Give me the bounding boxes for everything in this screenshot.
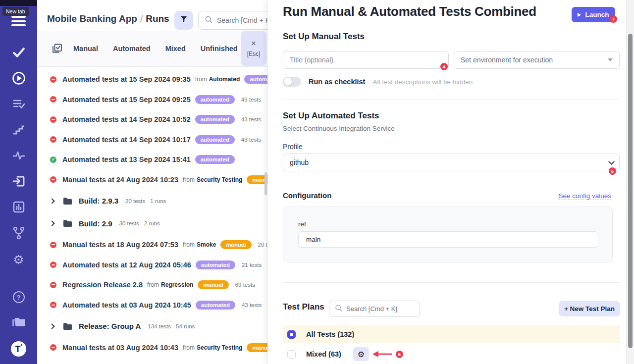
- section-divider: [283, 282, 620, 283]
- run-title[interactable]: Automated tests at 12 Aug 2024 05:46: [62, 261, 191, 269]
- runs-list-scrollbar[interactable]: [264, 172, 267, 195]
- run-title[interactable]: Automated tests at 03 Aug 2024 10:45: [62, 301, 191, 309]
- see-config-values-link[interactable]: See config values: [558, 192, 611, 200]
- run-row[interactable]: Automated tests at 14 Sep 2024 10:17 aut…: [37, 130, 267, 150]
- test-plan-row-mixed[interactable]: Mixed (63) ⚙ 6: [283, 345, 620, 363]
- folder-title[interactable]: Release: Group A: [79, 322, 141, 330]
- close-panel-button[interactable]: × [Esc]: [241, 31, 266, 66]
- sidebar: New tab: [0, 0, 37, 364]
- run-row[interactable]: Manual tests at 03 Aug 2024 10:43 from S…: [37, 338, 267, 358]
- tab-automated[interactable]: Automated: [113, 45, 151, 52]
- window-scrollbar-thumb[interactable]: [628, 34, 633, 348]
- help-icon: ?: [13, 291, 25, 303]
- run-title[interactable]: Regression Release 2.8: [62, 281, 143, 289]
- run-title[interactable]: Manual tests at 03 Aug 2024 10:43: [62, 344, 178, 352]
- run-row[interactable]: Automated tests at 14 Sep 2024 10:52 aut…: [37, 109, 267, 130]
- run-test-count: 21 tests: [242, 262, 262, 268]
- runs-search[interactable]: [198, 11, 267, 30]
- run-title[interactable]: Manual tests at 18 Aug 2024 07:53: [62, 241, 178, 249]
- run-from-name: Smoke: [197, 241, 216, 248]
- run-title[interactable]: Automated tests at 15 Sep 2024 09:25: [62, 96, 191, 104]
- window-scrollbar-track[interactable]: [626, 0, 634, 364]
- run-title-input[interactable]: [283, 51, 449, 69]
- run-folder-row[interactable]: Build: 2.9 30 tests 2 runs: [37, 212, 267, 235]
- profile-select[interactable]: github: [283, 154, 620, 171]
- runs-tabbar: Manual Automated Mixed Unfinished: [37, 31, 267, 67]
- tab-manual[interactable]: Manual: [73, 45, 98, 52]
- new-test-plan-button[interactable]: + New Test Plan: [559, 301, 620, 316]
- sidebar-item-settings[interactable]: ⚙: [0, 247, 37, 272]
- checklist-icon: [12, 98, 25, 112]
- sidebar-item-test-plans[interactable]: [0, 92, 37, 118]
- mixed-checkbox[interactable]: [287, 350, 296, 359]
- chevron-right-icon[interactable]: [49, 198, 54, 204]
- run-test-count: 43 tests: [241, 116, 261, 122]
- runs-panel: Mobile Banking App/Runs Manual Automated…: [37, 0, 267, 364]
- sidebar-item-import[interactable]: [0, 169, 37, 195]
- run-from: from: [183, 344, 195, 351]
- run-as-checklist-toggle[interactable]: [283, 77, 301, 87]
- run-type-badge: automated: [244, 75, 267, 84]
- chevron-right-icon[interactable]: [49, 323, 54, 329]
- plan-settings-button[interactable]: ⚙: [353, 347, 369, 361]
- all-tests-checkbox[interactable]: [287, 330, 296, 339]
- run-title[interactable]: Automated tests at 15 Sep 2024 09:35: [62, 75, 191, 83]
- run-status-icon: [50, 344, 56, 351]
- environment-select[interactable]: Set environment for execution: [454, 51, 620, 69]
- run-row[interactable]: Automated tests at 13 Sep 2024 15:41 aut…: [37, 150, 267, 170]
- ref-label: ref: [298, 220, 306, 228]
- runs-search-input[interactable]: [217, 16, 267, 24]
- run-type-badge: automated: [195, 135, 235, 144]
- run-row[interactable]: Manual tests at 18 Aug 2024 07:53 from S…: [37, 235, 267, 255]
- folder-title[interactable]: Build: 2.9.3: [79, 197, 118, 205]
- run-row[interactable]: Manual tests at 24 Aug 2024 10:23 from S…: [37, 170, 267, 190]
- run-from: from: [183, 241, 195, 248]
- tab-unfinished[interactable]: Unfinished: [201, 45, 238, 52]
- run-folder-row[interactable]: Build: 2.9.3 20 tests 1 runs: [37, 190, 267, 212]
- chevron-right-icon[interactable]: [49, 221, 54, 226]
- folder-title[interactable]: Build: 2.9: [79, 219, 112, 228]
- run-row[interactable]: Automated tests at 15 Sep 2024 09:35 fro…: [37, 69, 267, 90]
- run-title[interactable]: Manual tests at 24 Aug 2024 10:23: [62, 176, 178, 184]
- ref-input[interactable]: [298, 231, 598, 248]
- test-plan-row-all-tests[interactable]: All Tests (132): [283, 325, 620, 343]
- app-logo-icon: T: [11, 341, 26, 357]
- run-status-icon: [50, 156, 56, 163]
- git-branch-icon: [12, 226, 25, 242]
- profile-notification-badge: 5: [609, 167, 616, 175]
- run-title[interactable]: Automated tests at 14 Sep 2024 10:52: [62, 115, 191, 123]
- run-title[interactable]: Automated tests at 13 Sep 2024 15:41: [62, 156, 191, 163]
- run-from-name: Automated: [209, 76, 240, 83]
- automated-tests-heading: Set Up Automated Tests: [283, 111, 379, 121]
- breadcrumb-project[interactable]: Mobile Banking App: [47, 13, 137, 24]
- run-status-icon: [50, 242, 56, 248]
- tab-mixed[interactable]: Mixed: [165, 45, 186, 52]
- test-plans-search[interactable]: [329, 301, 420, 317]
- test-plans-search-input[interactable]: [346, 305, 411, 312]
- run-status-icon: [50, 261, 56, 268]
- run-title[interactable]: Automated tests at 14 Sep 2024 10:17: [62, 136, 191, 144]
- filter-button[interactable]: [174, 11, 193, 30]
- run-type-badge: automated: [195, 115, 235, 124]
- sidebar-item-help[interactable]: ?: [0, 284, 37, 310]
- launch-button[interactable]: Launch: [572, 7, 615, 22]
- sidebar-item-runs[interactable]: [0, 41, 37, 66]
- sidebar-item-projects[interactable]: [0, 310, 37, 336]
- section-divider: [283, 100, 620, 100]
- sidebar-item-milestones[interactable]: [0, 118, 37, 144]
- sidebar-item-activity[interactable]: [0, 144, 37, 169]
- sidebar-item-run-now[interactable]: [0, 66, 37, 92]
- run-checkbox-icon[interactable]: [52, 44, 62, 54]
- folder-test-count: 30 tests: [119, 220, 139, 226]
- run-folder-row[interactable]: Release: Group A 134 tests 54 runs: [37, 315, 267, 338]
- run-row[interactable]: Regression Release 2.8 from Regression m…: [37, 275, 267, 295]
- menu-icon[interactable]: [11, 16, 26, 29]
- run-row[interactable]: Automated tests at 12 Aug 2024 05:46 aut…: [37, 255, 267, 275]
- run-row[interactable]: Automated tests at 03 Aug 2024 10:45 aut…: [37, 295, 267, 315]
- run-status-icon: [50, 96, 56, 103]
- sidebar-item-branches[interactable]: [0, 221, 37, 247]
- run-row[interactable]: Automated tests at 15 Sep 2024 09:25 aut…: [37, 90, 267, 110]
- sidebar-item-account[interactable]: T: [0, 336, 37, 362]
- sidebar-item-reports[interactable]: [0, 195, 37, 221]
- run-type-badge: automated: [195, 155, 235, 164]
